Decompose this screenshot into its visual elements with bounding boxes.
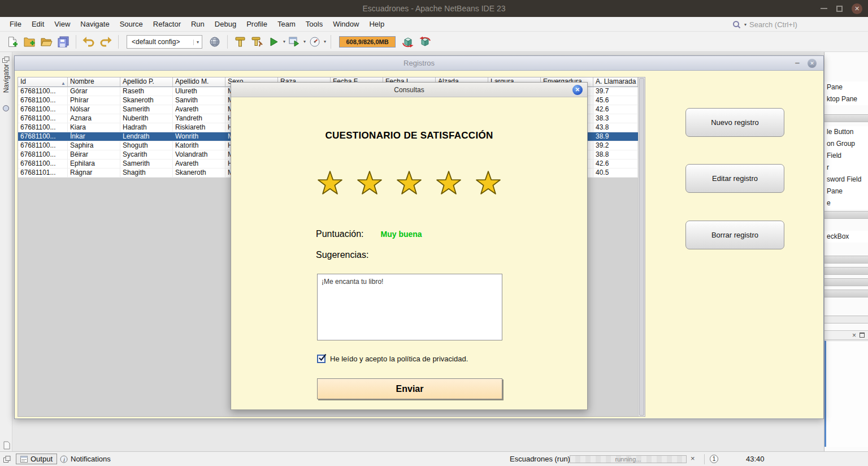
notifications-tab[interactable]: i Notifications xyxy=(60,454,111,464)
menu-item-window[interactable]: Window xyxy=(328,18,364,30)
menu-item-help[interactable]: Help xyxy=(364,18,389,30)
menu-item-view[interactable]: View xyxy=(49,18,75,30)
main-project-button[interactable] xyxy=(207,34,223,50)
column-header[interactable]: A. Llamarada xyxy=(593,77,638,87)
palette-category-bar[interactable] xyxy=(824,211,868,219)
run-dropdown-icon[interactable]: ▾ xyxy=(283,39,285,44)
palette-category-bar[interactable] xyxy=(824,290,868,297)
palette-item[interactable]: e xyxy=(824,197,868,209)
search-icon xyxy=(732,20,741,29)
menu-item-edit[interactable]: Edit xyxy=(27,18,49,30)
navigator-tab-icon[interactable] xyxy=(2,104,10,114)
memory-indicator[interactable]: 608,9/826,0MB xyxy=(339,36,396,48)
output-tab[interactable]: Output xyxy=(16,454,57,464)
palette-item[interactable]: ktop Pane xyxy=(824,93,868,105)
score-value: Muy buena xyxy=(381,230,422,239)
star-icon[interactable] xyxy=(316,170,344,196)
save-all-button[interactable] xyxy=(55,34,71,50)
debug-dropdown-icon[interactable]: ▾ xyxy=(303,39,306,44)
palette-category-bar[interactable] xyxy=(824,278,868,286)
profile-dropdown-icon[interactable]: ▾ xyxy=(324,39,326,44)
undo-button[interactable] xyxy=(81,34,97,50)
palette-item[interactable]: r xyxy=(824,162,868,174)
privacy-row: He leído y acepto la política de privaci… xyxy=(317,355,468,363)
palette-category-bar[interactable] xyxy=(824,267,868,275)
minimize-icon[interactable] xyxy=(821,8,827,9)
notification-badge[interactable]: 1 xyxy=(710,455,718,463)
privacy-checkbox[interactable] xyxy=(317,355,326,363)
column-header[interactable]: Apellido P. xyxy=(120,77,173,87)
restore-file-icon[interactable] xyxy=(3,441,10,452)
palette-category-bar[interactable] xyxy=(824,256,868,264)
window-titlebar[interactable]: Escuadrones - Apache NetBeans IDE 23 ✕ xyxy=(0,0,868,17)
build-icon xyxy=(235,36,246,48)
palette-category-bar[interactable] xyxy=(824,114,868,122)
gc-button[interactable] xyxy=(400,34,416,50)
menu-item-refactor[interactable]: Refactor xyxy=(148,18,186,30)
submit-button[interactable]: Enviar xyxy=(317,378,502,399)
scrollbar-thumb[interactable] xyxy=(639,78,644,416)
star-icon[interactable] xyxy=(475,170,502,196)
window-list-icon[interactable] xyxy=(3,455,11,465)
menu-item-debug[interactable]: Debug xyxy=(210,18,241,30)
palette-item[interactable]: le Button xyxy=(824,126,868,138)
close-icon[interactable]: × xyxy=(852,332,856,339)
menu-item-source[interactable]: Source xyxy=(115,18,148,30)
menu-item-run[interactable]: Run xyxy=(186,18,210,30)
close-icon[interactable]: ✕ xyxy=(572,85,583,95)
palette-item[interactable]: sword Field xyxy=(824,174,868,185)
menu-item-profile[interactable]: Profile xyxy=(241,18,272,30)
search-input[interactable]: ▾ Search (Ctrl+I) xyxy=(732,17,797,32)
vertical-scrollbar[interactable] xyxy=(638,77,645,416)
new-project-button[interactable] xyxy=(21,34,37,50)
chevron-down-icon: ▾ xyxy=(744,22,747,27)
debug-icon xyxy=(289,37,300,46)
config-select[interactable]: <default config> ▾ xyxy=(127,35,202,49)
menu-item-tools[interactable]: Tools xyxy=(301,18,328,30)
undo-icon xyxy=(83,36,95,48)
new-record-button[interactable]: Nuevo registro xyxy=(685,108,784,137)
minimize-icon[interactable]: – xyxy=(795,58,800,67)
column-header[interactable]: Nombre xyxy=(68,77,120,87)
menu-item-team[interactable]: Team xyxy=(272,18,301,30)
edit-record-button[interactable]: Editar registro xyxy=(685,164,784,193)
progress-text: running... xyxy=(615,456,641,463)
star-icon[interactable] xyxy=(396,170,423,196)
chevron-down-icon: ▾ xyxy=(193,40,199,45)
globe-icon xyxy=(210,37,220,47)
close-icon[interactable]: ✕ xyxy=(808,59,817,68)
menu-item-navigate[interactable]: Navigate xyxy=(75,18,114,30)
notifications-label: Notifications xyxy=(71,455,111,463)
redo-button[interactable] xyxy=(98,34,114,50)
menu-item-file[interactable]: File xyxy=(5,18,27,30)
open-project-button[interactable] xyxy=(38,34,54,50)
dialog-titlebar[interactable]: Consultas ✕ xyxy=(231,83,587,97)
suggestions-textarea[interactable]: ¡Me encanta tu libro! xyxy=(317,274,502,340)
palette-item[interactable]: eckBox xyxy=(824,231,868,243)
heap-gc-button[interactable] xyxy=(417,34,433,50)
clean-build-project-button[interactable] xyxy=(249,34,265,50)
debug-project-button[interactable] xyxy=(287,34,302,50)
star-icon[interactable] xyxy=(356,170,383,196)
dialog-body: CUESTIONARIO DE SATISFACCIÓN Puntuación:… xyxy=(231,97,587,409)
maximize-icon[interactable] xyxy=(836,6,843,12)
palette-item[interactable]: Field xyxy=(824,150,868,162)
new-file-button[interactable] xyxy=(5,34,20,50)
column-header[interactable]: Id▲ xyxy=(18,77,68,87)
star-icon[interactable] xyxy=(435,170,462,196)
maximize-icon[interactable] xyxy=(860,333,865,338)
column-header[interactable]: Apellido M. xyxy=(173,77,225,87)
palette-item[interactable]: on Group xyxy=(824,138,868,150)
palette-item[interactable]: Pane xyxy=(824,185,868,197)
registros-titlebar[interactable]: Registros – ✕ xyxy=(15,56,823,71)
run-project-button[interactable] xyxy=(266,34,282,50)
delete-record-button[interactable]: Borrar registro xyxy=(685,221,784,249)
palette-item[interactable]: Pane xyxy=(824,81,868,93)
sidebar-tab-navigator[interactable]: Navigator xyxy=(2,64,10,93)
profile-project-button[interactable] xyxy=(307,34,323,50)
garbage-collect-icon xyxy=(419,36,431,48)
cancel-task-icon[interactable]: × xyxy=(691,454,695,463)
close-icon[interactable]: ✕ xyxy=(852,3,862,14)
check-icon xyxy=(318,353,328,363)
build-project-button[interactable] xyxy=(232,34,248,50)
